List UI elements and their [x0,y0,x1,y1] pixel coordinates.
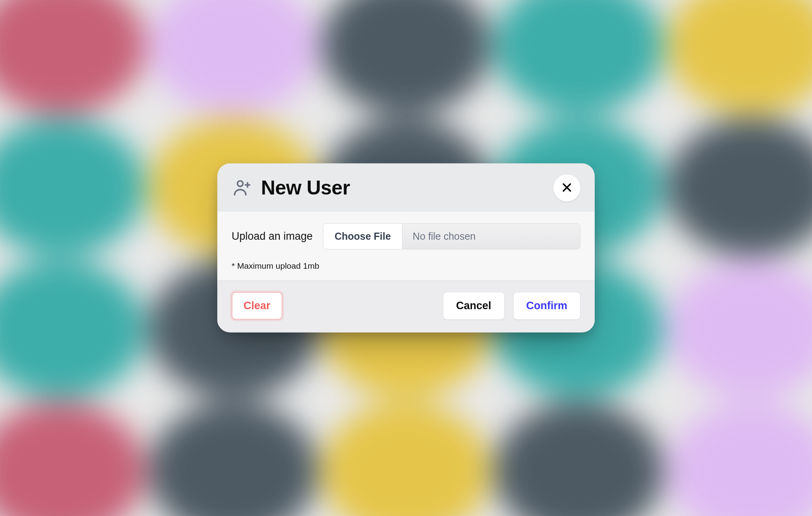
avatar-blob [322,0,491,114]
avatar-blob [149,402,318,516]
svg-point-0 [238,181,243,187]
avatar-blob [0,118,145,256]
user-plus-icon [232,177,252,198]
avatar-blob [0,0,145,114]
avatar-blob [149,0,318,114]
avatar-blob [322,402,491,516]
modal-header: New User [217,163,595,211]
upload-hint: * Maximum upload 1mb [232,261,580,271]
clear-button[interactable]: Clear [232,292,282,320]
avatar-blob [667,260,812,398]
upload-row: Upload an image Choose File No file chos… [232,223,580,249]
choose-file-button[interactable]: Choose File [323,223,402,249]
confirm-button[interactable]: Confirm [513,292,581,320]
modal-body: Upload an image Choose File No file chos… [217,211,595,280]
avatar-blob [0,402,145,516]
close-icon [561,181,573,194]
avatar-blob [494,0,663,114]
avatar-blob [494,402,663,516]
avatar-blob [0,260,145,398]
avatar-blob [667,118,812,256]
cancel-button[interactable]: Cancel [443,292,505,320]
modal-header-left: New User [232,176,350,199]
avatar-blob [667,0,812,114]
file-status-text: No file chosen [402,223,580,249]
modal-title: New User [261,176,350,199]
new-user-modal: New User Upload an image Choose File No … [217,163,595,332]
modal-footer: Clear Cancel Confirm [217,280,595,332]
upload-label: Upload an image [232,230,313,243]
close-button[interactable] [553,174,580,201]
avatar-blob [667,402,812,516]
file-input[interactable]: Choose File No file chosen [323,223,580,249]
